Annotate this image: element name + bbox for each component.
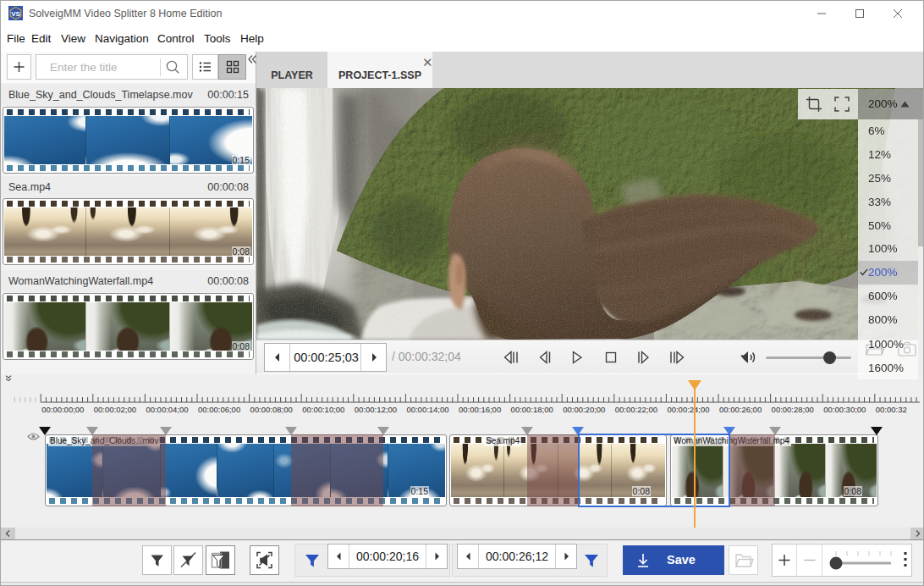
svg-text:VS: VS	[11, 10, 20, 18]
